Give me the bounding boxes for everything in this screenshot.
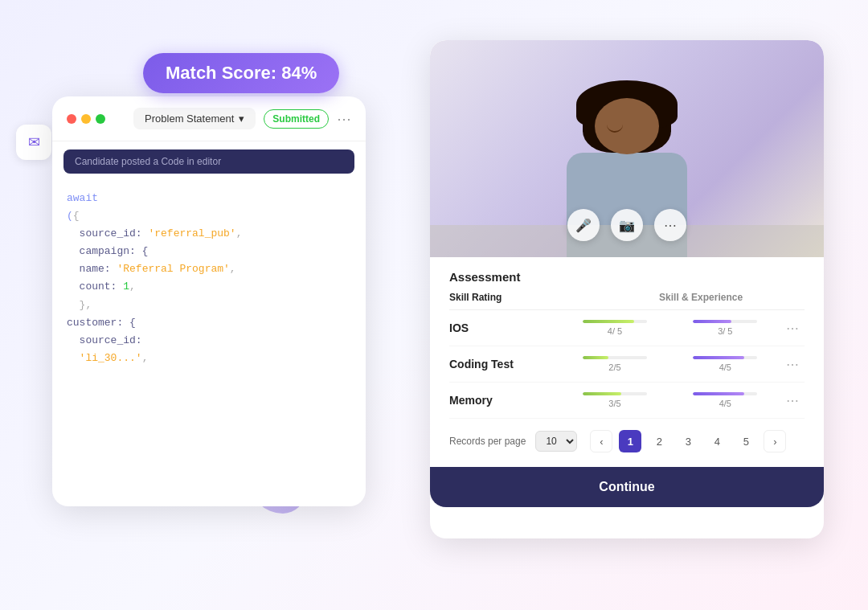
code-editor-area[interactable]: await ({ source_id: 'referral_pub', camp… (52, 182, 366, 375)
ios-more-button[interactable]: ⋯ (780, 321, 805, 336)
submitted-label: Submitted (272, 113, 320, 125)
continue-button[interactable]: Continue (430, 467, 824, 507)
more-video-button[interactable]: ⋯ (654, 209, 686, 241)
code-line-2: ({ (67, 207, 351, 225)
skill-row-memory: Memory 3/5 4/5 ⋯ (449, 383, 805, 419)
chevron-right-icon: › (773, 436, 776, 448)
code-line-6: count: 1, (67, 278, 351, 296)
more-video-icon: ⋯ (664, 218, 677, 233)
assessment-title: Assessment (449, 270, 520, 284)
problem-statement-button[interactable]: Problem Statement ▾ (133, 108, 256, 129)
continue-label: Continue (599, 480, 654, 493)
problem-statement-label: Problem Statement (145, 113, 234, 125)
code-line-5: name: 'Referral Program', (67, 260, 351, 278)
skill-rating-header: Skill Rating (449, 292, 621, 303)
skill-row-ios: IOS 4/ 5 3/ 5 ⋯ (449, 310, 805, 346)
submitted-badge: Submitted (264, 109, 329, 129)
code-line-8: customer: { (67, 314, 351, 332)
pagination-row: Records per page 10 20 50 ‹ 1 2 3 4 5 › (449, 419, 805, 461)
page-1-button[interactable]: 1 (619, 430, 641, 452)
camera-button[interactable]: 📷 (611, 209, 643, 241)
camera-icon: 📷 (619, 218, 635, 233)
score-block-coding-2: 4/5 (670, 356, 780, 372)
dot-minimize[interactable] (81, 114, 91, 124)
score-block-memory-1: 3/5 (559, 392, 669, 408)
score-block-ios-1: 4/ 5 (559, 320, 669, 336)
code-line-3: source_id: 'referral_pub', (67, 225, 351, 243)
skill-name-ios: IOS (449, 321, 559, 334)
mail-icon: ✉ (16, 125, 51, 160)
assessment-header: Assessment (449, 270, 805, 284)
code-line-4: campaign: { (67, 243, 351, 260)
chevron-down-icon: ▾ (239, 113, 244, 125)
code-line-10: 'li_30...', (67, 350, 351, 367)
code-line-7: }, (67, 297, 351, 314)
match-score-text: Match Score: 84% (166, 63, 317, 83)
code-notification: Candidate posted a Code in editor (63, 149, 354, 174)
skill-row-coding: Coding Test 2/5 4/5 ⋯ (449, 346, 805, 383)
page-2-button[interactable]: 2 (648, 430, 670, 452)
code-line-9: source_id: (67, 332, 351, 350)
assessment-panel: Assessment Skill Rating Skill & Experien… (430, 257, 824, 461)
video-panel: 🎤 📷 ⋯ (430, 40, 824, 257)
next-page-button[interactable]: › (764, 430, 786, 452)
memory-more-button[interactable]: ⋯ (780, 393, 805, 408)
score-block-coding-1: 2/5 (559, 356, 669, 372)
skill-name-memory: Memory (449, 394, 559, 407)
dot-close[interactable] (67, 114, 76, 124)
window-controls (67, 114, 105, 124)
code-editor-card: Problem Statement ▾ Submitted ⋯ Candidat… (52, 96, 366, 506)
coding-more-button[interactable]: ⋯ (780, 357, 805, 372)
chevron-left-icon: ‹ (600, 436, 603, 448)
match-score-badge: Match Score: 84% (143, 53, 339, 93)
skill-experience-header: Skill & Experience (621, 292, 780, 303)
more-menu-button[interactable]: ⋯ (337, 110, 351, 128)
prev-page-button[interactable]: ‹ (590, 430, 612, 452)
score-block-memory-2: 4/5 (670, 392, 780, 408)
skill-name-coding: Coding Test (449, 358, 559, 371)
dot-maximize[interactable] (96, 114, 105, 124)
mic-button[interactable]: 🎤 (567, 209, 600, 241)
score-block-ios-2: 3/ 5 (670, 320, 780, 336)
notification-text: Candidate posted a Code in editor (75, 156, 221, 167)
mic-icon: 🎤 (575, 218, 592, 233)
page-4-button[interactable]: 4 (706, 430, 728, 452)
page-3-button[interactable]: 3 (677, 430, 699, 452)
skill-table-header: Skill Rating Skill & Experience (449, 292, 805, 310)
records-per-page-select[interactable]: 10 20 50 (535, 431, 577, 452)
records-per-page-label: Records per page (449, 436, 526, 447)
card-header: Problem Statement ▾ Submitted ⋯ (52, 96, 366, 141)
mail-symbol: ✉ (28, 133, 40, 151)
code-line-1: await (67, 190, 351, 207)
page-5-button[interactable]: 5 (735, 430, 757, 452)
assessment-card: 🎤 📷 ⋯ Assessment Skill Rating Skill & Ex… (430, 40, 824, 538)
video-controls: 🎤 📷 ⋯ (567, 209, 686, 241)
